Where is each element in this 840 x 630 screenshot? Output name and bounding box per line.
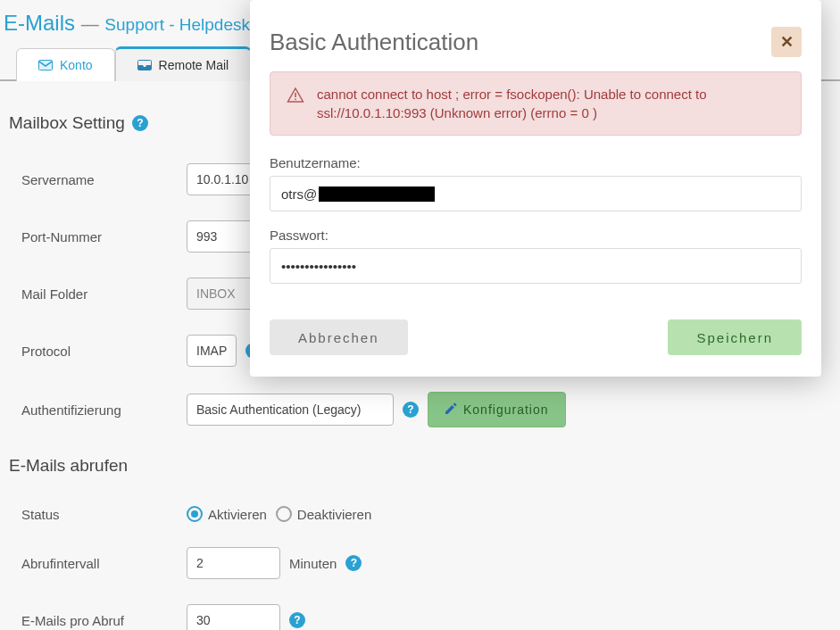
help-icon[interactable]: ? [403,402,419,418]
redacted-text [319,187,435,202]
radio-label: Aktivieren [208,507,267,522]
username-input[interactable]: otrs@ [270,176,802,211]
row-status: Status Aktivieren Deaktivieren [9,493,831,535]
radio-icon [187,506,203,522]
per-fetch-input[interactable] [187,604,280,630]
section-title: E-Mails abrufen [9,456,128,476]
auth-modal: Basic Authentication ✕ cannot connect to… [250,0,821,377]
interval-input[interactable] [187,547,280,579]
row-interval: Abrufintervall Minuten ? [9,535,831,592]
pencil-icon [445,402,457,418]
error-message: cannot connect to host ; error = fsockop… [317,85,785,122]
tab-label: Remote Mail [159,58,229,72]
radio-label: Deaktivieren [297,507,371,522]
svg-rect-2 [295,93,296,97]
tab-account[interactable]: Konto [16,48,115,81]
title-separator: — [81,14,99,34]
status-label: Status [21,507,187,522]
error-banner: cannot connect to host ; error = fsockop… [270,71,802,136]
port-input[interactable] [187,220,258,253]
title-subtitle: Support - Helpdesk [104,15,250,34]
port-label: Port-Nummer [21,229,187,245]
close-icon: ✕ [780,32,794,52]
row-per-fetch: E-Mails pro Abruf ? [9,592,831,630]
cancel-button[interactable]: Abbrechen [270,319,408,355]
interval-unit: Minuten [289,556,337,571]
help-icon[interactable]: ? [345,555,362,571]
help-icon[interactable]: ? [289,612,305,628]
protocol-label: Protocol [21,344,187,359]
folder-label: Mail Folder [21,286,187,302]
protocol-select[interactable] [187,335,237,367]
per-fetch-label: E-Mails pro Abruf [21,613,187,628]
svg-rect-3 [295,99,296,101]
password-input[interactable] [270,248,802,284]
radio-disable[interactable]: Deaktivieren [276,506,371,522]
modal-title: Basic Authentication [270,29,478,56]
radio-icon [276,506,292,522]
radio-enable[interactable]: Aktivieren [187,506,267,522]
help-icon[interactable]: ? [132,115,148,131]
auth-select[interactable] [187,394,394,426]
interval-label: Abrufintervall [21,556,187,571]
save-button[interactable]: Speichern [668,319,802,355]
configure-button[interactable]: Konfiguration [428,392,566,427]
inbox-icon [137,59,152,71]
username-prefix: otrs@ [281,187,317,202]
row-auth: Authentifizierung ? Konfiguration [9,379,831,440]
configure-label: Konfiguration [463,402,549,417]
title-main: E-Mails [4,11,75,35]
mail-icon [38,59,53,71]
password-label: Passwort: [270,228,802,243]
fetch-section-head: E-Mails abrufen [9,456,831,476]
servername-label: Servername [21,172,187,187]
tab-label: Konto [60,58,93,72]
auth-label: Authentifizierung [21,402,187,418]
close-button[interactable]: ✕ [771,27,802,57]
username-label: Benutzername: [270,155,802,170]
tab-remote-mail[interactable]: Remote Mail [115,46,252,81]
warning-icon [287,87,304,109]
section-title: Mailbox Setting [9,113,125,133]
